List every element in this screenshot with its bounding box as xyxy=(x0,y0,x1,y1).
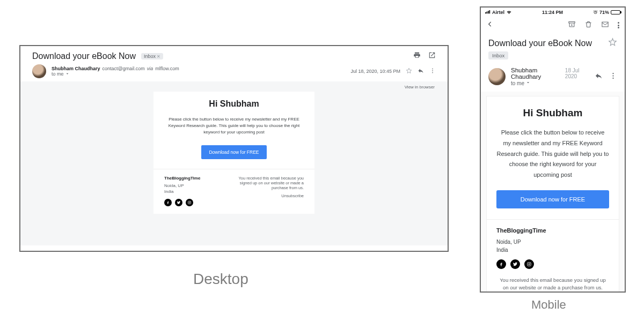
footer-brand: TheBloggingTime xyxy=(496,227,609,234)
facebook-icon[interactable] xyxy=(496,259,506,269)
status-bar: Airtel 11:24 PM 71% xyxy=(481,8,625,17)
chevron-down-icon[interactable] xyxy=(65,71,70,77)
instagram-icon[interactable] xyxy=(186,199,193,206)
sender-avatar[interactable] xyxy=(488,68,506,85)
signal-icon xyxy=(485,10,491,15)
sender-avatar[interactable] xyxy=(32,64,46,78)
svg-point-14 xyxy=(612,75,613,76)
email-subject: Download your eBook Now xyxy=(488,39,592,48)
email-greeting: Hi Shubham xyxy=(164,99,304,109)
more-icon[interactable] xyxy=(429,66,436,76)
battery-icon xyxy=(611,10,620,14)
delete-icon[interactable] xyxy=(584,20,592,31)
footer-reason: You received this email because you sign… xyxy=(234,176,304,190)
back-button[interactable] xyxy=(486,20,494,30)
battery-percent: 71% xyxy=(599,10,609,15)
footer-reason: You received this email because you sign… xyxy=(496,276,609,291)
email-body-wrapper: View in browser Hi Shubham Please click … xyxy=(20,81,448,245)
desktop-subject-bar: Download your eBook Now Inbox ✕ xyxy=(20,46,448,63)
sender-name: Shubham Chaudhary xyxy=(52,66,100,71)
view-in-browser-link[interactable]: View in browser xyxy=(32,81,436,92)
inbox-chip[interactable]: Inbox xyxy=(488,51,508,59)
twitter-icon[interactable] xyxy=(175,199,182,206)
download-cta-button[interactable]: Download now for FREE xyxy=(496,190,609,208)
unsubscribe-link[interactable]: Unsubscribe xyxy=(234,193,304,198)
desktop-email-client: Download your eBook Now Inbox ✕ Shubham xyxy=(19,45,449,252)
status-clock: 11:24 PM xyxy=(542,10,563,15)
recipient-to-line: to me xyxy=(511,80,524,86)
svg-point-13 xyxy=(612,73,613,74)
email-card: Hi Shubham Please click the button below… xyxy=(486,96,619,291)
email-greeting: Hi Shubham xyxy=(496,107,609,119)
reply-icon[interactable] xyxy=(418,66,424,76)
svg-point-0 xyxy=(432,69,433,70)
facebook-icon[interactable] xyxy=(164,199,172,206)
email-timestamp: Jul 18, 2020, 10:45 PM xyxy=(350,69,400,74)
wifi-icon xyxy=(506,10,512,15)
mobile-sender-row: Shubham Chaudhary 18 Jul 2020 to me xyxy=(481,61,625,92)
more-icon[interactable] xyxy=(609,72,617,82)
sender-name: Shubham Chaudhary xyxy=(511,67,562,80)
recipient-to-line: to me xyxy=(52,71,64,77)
chevron-down-icon[interactable] xyxy=(525,80,531,86)
email-subject: Download your eBook Now xyxy=(32,51,136,61)
print-icon[interactable] xyxy=(413,51,421,61)
mobile-email-client: Airtel 11:24 PM 71% xyxy=(480,6,626,293)
email-card: Hi Shubham Please click the button below… xyxy=(153,92,314,214)
mobile-subject-block: Download your eBook Now Inbox xyxy=(481,33,625,61)
inbox-chip-remove-icon[interactable]: ✕ xyxy=(157,54,160,59)
svg-rect-12 xyxy=(602,22,608,27)
alarm-icon xyxy=(593,10,598,16)
reply-icon[interactable] xyxy=(595,72,603,82)
mail-icon[interactable] xyxy=(601,20,609,31)
instagram-icon[interactable] xyxy=(524,259,534,269)
twitter-icon[interactable] xyxy=(510,259,520,269)
email-body-text: Please click the button below to receive… xyxy=(164,116,304,136)
svg-point-15 xyxy=(612,77,613,78)
svg-point-4 xyxy=(189,202,190,203)
email-body-text: Please click the button below to receive… xyxy=(496,128,609,181)
svg-point-5 xyxy=(190,201,191,202)
footer-brand: TheBloggingTime xyxy=(164,176,200,181)
svg-point-18 xyxy=(530,263,531,263)
footer-location-2: India xyxy=(164,189,173,194)
svg-rect-8 xyxy=(488,11,489,13)
star-icon[interactable] xyxy=(608,38,617,49)
via-word: via xyxy=(147,66,153,71)
svg-rect-9 xyxy=(489,10,491,13)
svg-point-1 xyxy=(432,70,433,71)
open-in-new-icon[interactable] xyxy=(428,51,436,61)
mobile-label: Mobile xyxy=(531,298,566,312)
mobile-toolbar xyxy=(481,17,625,33)
desktop-label: Desktop xyxy=(193,271,248,288)
mobile-email-body: Hi Shubham Please click the button below… xyxy=(481,92,625,291)
download-cta-button[interactable]: Download now for FREE xyxy=(201,145,266,159)
svg-point-17 xyxy=(529,264,530,265)
email-date: 18 Jul 2020 xyxy=(565,68,589,79)
more-icon[interactable] xyxy=(618,21,619,29)
inbox-chip[interactable]: Inbox ✕ xyxy=(141,53,163,59)
archive-icon[interactable] xyxy=(568,20,576,31)
footer-location-2: India xyxy=(496,247,508,253)
star-icon[interactable] xyxy=(406,66,412,76)
svg-point-2 xyxy=(432,72,433,73)
svg-rect-11 xyxy=(569,21,575,23)
svg-rect-7 xyxy=(487,12,488,14)
via-domain: mlflow.com xyxy=(155,66,179,71)
footer-location-1: Noida, UP xyxy=(496,239,521,245)
svg-rect-6 xyxy=(485,12,486,14)
inbox-chip-label: Inbox xyxy=(144,54,156,59)
carrier-name: Airtel xyxy=(492,10,504,15)
footer-location-1: Noida, UP xyxy=(164,183,184,188)
desktop-sender-row: Shubham Chaudhary contact@gmail.com via … xyxy=(20,63,448,81)
sender-address: contact@gmail.com xyxy=(103,66,145,71)
